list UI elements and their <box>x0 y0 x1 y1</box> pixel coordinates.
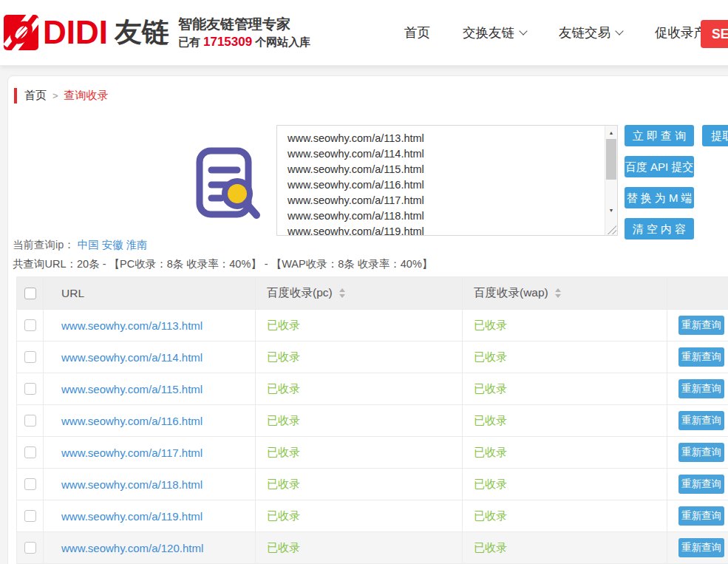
table-row: www.seowhy.com/a/120.html 已收录 已收录 重新查询 <box>17 532 728 564</box>
pc-status: 已收录 <box>256 310 463 342</box>
scroll-up-arrow[interactable]: ▲ <box>605 126 617 138</box>
table-row: www.seowhy.com/a/115.html 已收录 已收录 重新查询 <box>17 373 728 405</box>
header-wap-sort[interactable]: 百度收录(wap) <box>463 277 667 310</box>
requery-button[interactable]: 重新查询 <box>678 538 724 557</box>
pc-status: 已收录 <box>256 342 463 373</box>
extract-button[interactable]: 提取 <box>702 125 728 146</box>
requery-button[interactable]: 重新查询 <box>678 506 724 526</box>
row-checkbox[interactable] <box>24 446 36 458</box>
row-checkbox[interactable] <box>24 478 36 490</box>
wap-status: 已收录 <box>463 342 667 373</box>
nav-item-home[interactable]: 首页 <box>404 24 430 41</box>
requery-button[interactable]: 重新查询 <box>678 443 724 462</box>
table-row: www.seowhy.com/a/113.html 已收录 已收录 重新查询 <box>17 310 728 342</box>
url-link[interactable]: www.seowhy.com/a/118.html <box>61 478 203 491</box>
table-row: www.seowhy.com/a/117.html 已收录 已收录 重新查询 <box>17 437 728 469</box>
row-checkbox[interactable] <box>24 510 36 522</box>
textarea-scrollbar[interactable]: ▲ ▼ <box>605 126 617 235</box>
document-search-icon <box>194 146 264 220</box>
main-nav: 首页 交换友链 友链交易 促收录产品 <box>404 0 728 65</box>
url-link[interactable]: www.seowhy.com/a/116.html <box>61 415 203 427</box>
brand-tagline: 智能友链管理专家 已有1715309个网站入库 <box>178 16 310 50</box>
nav-item-link-trade[interactable]: 友链交易 <box>559 24 622 41</box>
pc-status: 已收录 <box>256 469 463 500</box>
site-stat: 已有1715309个网站入库 <box>178 34 310 50</box>
clear-content-button[interactable]: 清 空 内 容 <box>625 218 694 239</box>
current-ip-line: 当前查询ip：中国 安徽 淮南 <box>13 238 148 252</box>
url-input[interactable]: www.seowhy.com/a/113.html www.seowhy.com… <box>277 126 605 235</box>
replace-with-m-button[interactable]: 替 换 为 M 端 <box>625 187 694 208</box>
wap-status: 已收录 <box>463 310 667 342</box>
chevron-down-icon <box>615 27 623 35</box>
wap-status: 已收录 <box>463 469 667 500</box>
row-checkbox[interactable] <box>24 319 36 331</box>
pc-status: 已收录 <box>256 437 463 469</box>
breadcrumb-separator: > <box>52 90 58 101</box>
pc-status: 已收录 <box>256 373 463 405</box>
wap-status: 已收录 <box>463 405 667 437</box>
select-all-checkbox[interactable] <box>24 288 36 299</box>
scrollbar-thumb[interactable] <box>606 139 616 180</box>
breadcrumb-accent-bar <box>14 88 17 103</box>
brand-name: DIDI <box>43 14 108 51</box>
row-checkbox[interactable] <box>24 383 36 395</box>
requery-button[interactable]: 重新查询 <box>678 316 724 335</box>
tagline-text: 智能友链管理专家 <box>178 16 310 33</box>
chevron-down-icon <box>519 27 527 35</box>
content-card: 首页 > 查询收录 www.seowhy.com/a/113.html www.… <box>7 75 728 564</box>
ip-label: 当前查询ip： <box>13 239 75 251</box>
row-checkbox[interactable] <box>24 542 36 554</box>
url-link[interactable]: www.seowhy.com/a/117.html <box>61 446 203 459</box>
pc-status: 已收录 <box>256 500 463 532</box>
site-header: DIDI 友链 智能友链管理专家 已有1715309个网站入库 首页 交换友链 … <box>0 0 728 66</box>
site-count: 1715309 <box>203 35 252 49</box>
query-now-button[interactable]: 立 即 查 询 <box>625 125 694 146</box>
header-pc-sort[interactable]: 百度收录(pc) <box>256 277 463 310</box>
row-checkbox[interactable] <box>24 351 36 363</box>
baidu-api-submit-button[interactable]: 百度 API 提交 <box>625 156 694 177</box>
url-link[interactable]: www.seowhy.com/a/120.html <box>61 542 203 554</box>
requery-button[interactable]: 重新查询 <box>678 475 724 494</box>
url-link[interactable]: www.seowhy.com/a/119.html <box>61 510 203 523</box>
header-url: URL <box>44 277 256 310</box>
url-link[interactable]: www.seowhy.com/a/114.html <box>61 351 203 364</box>
table-row: www.seowhy.com/a/118.html 已收录 已收录 重新查询 <box>17 469 728 500</box>
sort-icon[interactable] <box>555 288 561 298</box>
url-link[interactable]: www.seowhy.com/a/115.html <box>61 383 203 395</box>
requery-button[interactable]: 重新查询 <box>678 411 724 430</box>
pc-status: 已收录 <box>256 532 463 564</box>
header-actions <box>667 277 728 310</box>
seo-cta-button[interactable]: SEO <box>701 20 728 48</box>
wap-status: 已收录 <box>463 437 667 469</box>
nav-item-exchange-links[interactable]: 交换友链 <box>463 24 526 41</box>
table-row: www.seowhy.com/a/116.html 已收录 已收录 重新查询 <box>17 405 728 437</box>
scroll-down-arrow[interactable]: ▼ <box>605 204 617 216</box>
action-button-column: 立 即 查 询 百度 API 提交 替 换 为 M 端 清 空 内 容 <box>625 125 694 249</box>
row-checkbox[interactable] <box>24 415 36 427</box>
breadcrumb-current: 查询收录 <box>64 89 109 103</box>
query-summary: 共查询URL：20条 - 【PC收录：8条 收录率：40%】 - 【WAP收录：… <box>13 257 432 271</box>
brand-suffix: 友链 <box>115 14 169 51</box>
url-link[interactable]: www.seowhy.com/a/113.html <box>61 319 203 332</box>
ip-location: 中国 安徽 淮南 <box>78 239 148 251</box>
breadcrumb: 首页 > 查询收录 <box>14 88 109 103</box>
wap-status: 已收录 <box>463 373 667 405</box>
sort-icon[interactable] <box>339 288 345 298</box>
table-row: www.seowhy.com/a/119.html 已收录 已收录 重新查询 <box>17 500 728 532</box>
requery-button[interactable]: 重新查询 <box>678 347 724 367</box>
pc-status: 已收录 <box>256 405 463 437</box>
requery-button[interactable]: 重新查询 <box>678 379 724 398</box>
table-row: www.seowhy.com/a/114.html 已收录 已收录 重新查询 <box>17 342 728 373</box>
table-header-row: URL 百度收录(pc) 百度收录(wap) <box>17 277 728 310</box>
wap-status: 已收录 <box>463 532 667 564</box>
url-input-container: www.seowhy.com/a/113.html www.seowhy.com… <box>276 125 618 236</box>
results-table: URL 百度收录(pc) 百度收录(wap) www.seowhy.com/a/… <box>16 276 728 564</box>
breadcrumb-home-link[interactable]: 首页 <box>24 89 47 103</box>
wap-status: 已收录 <box>463 500 667 532</box>
chain-link-icon <box>4 13 38 52</box>
brand-logo[interactable]: DIDI 友链 智能友链管理专家 已有1715309个网站入库 <box>4 0 310 65</box>
